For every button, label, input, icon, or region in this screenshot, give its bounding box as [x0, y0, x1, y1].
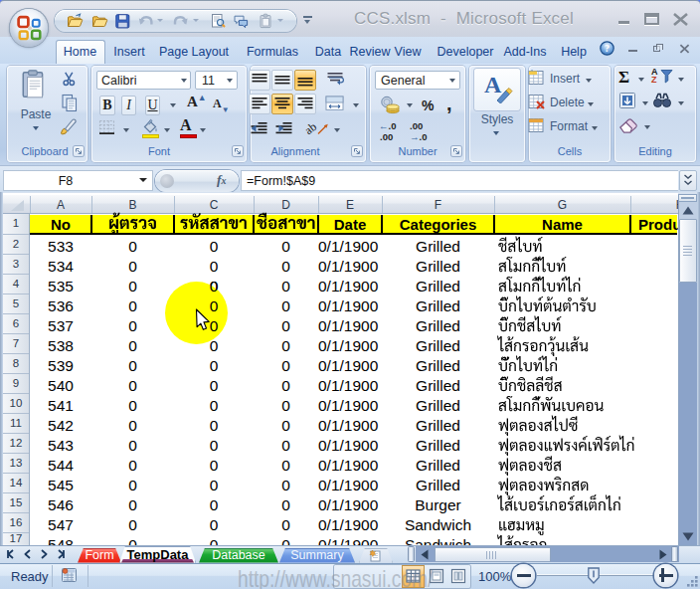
svg-text:?: ? [605, 43, 610, 54]
